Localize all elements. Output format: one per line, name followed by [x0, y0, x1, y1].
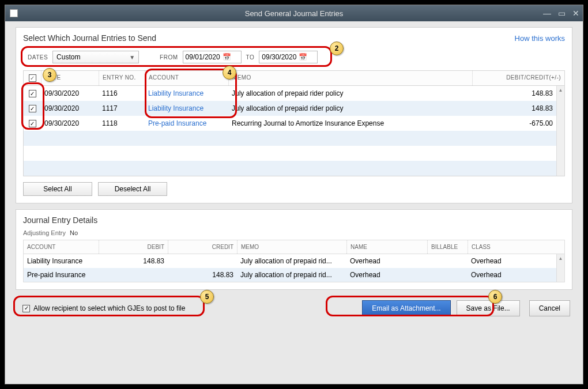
dates-dropdown[interactable]: Custom ▼: [52, 51, 139, 63]
details-header: ACCOUNT DEBIT CREDIT MEMO NAME BILLABLE …: [23, 240, 565, 254]
allow-checkbox[interactable]: ✓: [22, 305, 30, 312]
to-date-input[interactable]: 09/30/2020 📅: [259, 51, 318, 63]
callout-3: 3: [43, 68, 56, 82]
allow-label: Allow recipient to select which GJEs to …: [33, 304, 185, 312]
filter-row: DATES Custom ▼ FROM 09/01/2020 📅 TO 09/3…: [23, 47, 565, 67]
section-title: Select Which Journal Entries to Send: [23, 33, 156, 43]
close-icon[interactable]: ✕: [572, 9, 579, 18]
details-body: Liability Insurance 148.83 July allocati…: [23, 254, 565, 282]
window-controls: — ▭ ✕: [543, 9, 579, 18]
table-row[interactable]: ✓ 09/30/2020 1117 Liability Insurance Ju…: [24, 101, 564, 116]
app-icon: [10, 9, 18, 17]
dcol-billable[interactable]: BILLABLE: [427, 240, 468, 254]
header-checkbox[interactable]: ✓: [29, 74, 36, 82]
window-title: Send General Journal Entries: [245, 9, 344, 18]
adjusting-entry: Adjusting Entry No: [23, 229, 565, 236]
dcol-memo[interactable]: MEMO: [237, 240, 346, 254]
grid-body: ✓ 09/30/2020 1116 Liability Insurance Ju…: [24, 86, 564, 176]
table-row: [24, 131, 564, 146]
scrollbar[interactable]: ▲: [556, 86, 564, 176]
callout-5: 5: [200, 290, 214, 304]
section-header: Select Which Journal Entries to Send How…: [23, 33, 565, 43]
row-checkbox[interactable]: ✓: [29, 90, 36, 97]
panel-entries: Select Which Journal Entries to Send How…: [16, 27, 572, 203]
table-row: [24, 146, 564, 161]
button-row: Select All Deselect All: [23, 182, 565, 196]
table-row[interactable]: ✓ 09/30/2020 1118 Pre-paid Insurance Rec…: [24, 116, 564, 131]
help-link[interactable]: How this works: [515, 34, 565, 43]
dcol-class[interactable]: CLASS: [468, 240, 525, 254]
save-button[interactable]: Save as File...: [457, 300, 520, 316]
dcol-credit[interactable]: CREDIT: [168, 240, 237, 254]
entries-grid: ✓ DATE ENTRY NO. ACCOUNT MEMO DEBIT/CRED…: [23, 70, 565, 176]
select-all-button[interactable]: Select All: [23, 182, 92, 196]
from-date-value: 09/01/2020: [186, 53, 220, 61]
table-row[interactable]: ✓ 09/30/2020 1116 Liability Insurance Ju…: [24, 86, 564, 101]
calendar-icon[interactable]: 📅: [223, 53, 231, 61]
grid-header: ✓ DATE ENTRY NO. ACCOUNT MEMO DEBIT/CRED…: [24, 71, 564, 86]
panel-details: Journal Entry Details Adjusting Entry No…: [16, 209, 572, 290]
dates-value: Custom: [56, 53, 80, 61]
footer-left: ✓ Allow recipient to select which GJEs t…: [18, 301, 190, 316]
scroll-up-icon[interactable]: ▲: [557, 86, 564, 94]
row-checkbox[interactable]: ✓: [29, 120, 36, 127]
col-memo[interactable]: MEMO: [228, 71, 472, 85]
from-label: FROM: [160, 54, 178, 61]
maximize-icon[interactable]: ▭: [558, 9, 566, 18]
content: Select Which Journal Entries to Send How…: [5, 21, 583, 384]
details-title: Journal Entry Details: [23, 216, 565, 225]
titlebar: Send General Journal Entries — ▭ ✕: [5, 5, 583, 21]
callout-4: 4: [223, 66, 236, 80]
chevron-down-icon: ▼: [129, 54, 135, 61]
callout-2: 2: [330, 41, 344, 55]
table-row: [24, 161, 564, 176]
callout-6: 6: [488, 290, 502, 304]
scrollbar[interactable]: ▲: [556, 254, 564, 282]
col-check[interactable]: ✓: [24, 71, 41, 85]
window: Send General Journal Entries — ▭ ✕ Selec…: [5, 5, 583, 384]
email-button[interactable]: Email as Attachment...: [362, 300, 450, 316]
col-account[interactable]: ACCOUNT: [145, 71, 228, 85]
dcol-account[interactable]: ACCOUNT: [24, 240, 99, 254]
from-date-input[interactable]: 09/01/2020 📅: [183, 51, 242, 63]
calendar-icon[interactable]: 📅: [299, 53, 307, 61]
to-label: TO: [246, 54, 255, 61]
table-row[interactable]: Pre-paid Insurance 148.83 July allocatio…: [24, 268, 564, 282]
footer: ✓ Allow recipient to select which GJEs t…: [16, 298, 572, 319]
col-amount[interactable]: DEBIT/CREDIT(+/-): [472, 71, 564, 85]
dates-label: DATES: [28, 54, 48, 61]
col-entry[interactable]: ENTRY NO.: [99, 71, 145, 85]
minimize-icon[interactable]: —: [543, 9, 551, 18]
table-row[interactable]: Liability Insurance 148.83 July allocati…: [24, 254, 564, 268]
to-date-value: 09/30/2020: [262, 53, 296, 61]
deselect-all-button[interactable]: Deselect All: [98, 182, 167, 196]
cancel-button[interactable]: Cancel: [529, 300, 570, 316]
dcol-name[interactable]: NAME: [346, 240, 427, 254]
scroll-up-icon[interactable]: ▲: [557, 254, 564, 262]
dcol-debit[interactable]: DEBIT: [99, 240, 168, 254]
row-checkbox[interactable]: ✓: [29, 105, 36, 112]
